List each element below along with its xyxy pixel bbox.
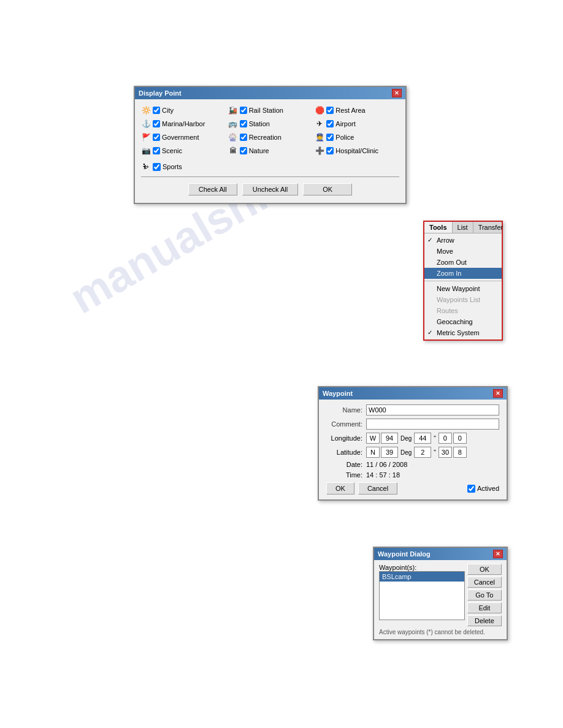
tab-tools[interactable]: Tools [424,222,453,233]
airport-label: Airport [335,120,355,127]
divider [141,176,399,177]
waypoint-close-button[interactable]: ✕ [493,389,503,398]
actived-row: Actived [467,485,499,493]
waypoint-content: Name: Comment: Longitude: Deg " Latitude… [319,400,507,499]
menu-new-waypoint[interactable]: New Waypoint [424,283,502,294]
latitude-inputs: Deg " [366,447,467,458]
police-checkbox[interactable] [326,134,334,141]
marina-checkbox[interactable] [153,120,160,127]
sports-checkbox[interactable] [153,163,161,171]
checkbox-police: 👮 Police [315,131,399,143]
longitude-deg-label: Deg [399,435,413,442]
waypoint-title: Waypoint [323,390,353,397]
waypoint-buttons: OK Cancel Actived [326,482,499,495]
longitude-inputs: Deg " [366,433,467,444]
latitude-deg-label: Deg [399,449,413,456]
dialog-buttons: Check All Uncheck All OK [141,181,399,198]
check-all-button[interactable]: Check All [188,183,237,195]
uncheck-all-button[interactable]: Uncheck All [242,183,298,195]
menu-move[interactable]: Move [424,246,502,257]
checkbox-marina: ⚓ Marina/Harbor [141,118,226,130]
airport-checkbox[interactable] [326,120,334,127]
checkbox-hospital: ➕ Hospital/Clinic [315,145,399,157]
government-checkbox[interactable] [153,134,160,141]
checkbox-recreation: 🎡 Recreation [228,131,313,143]
checkbox-rest-area: 🛑 Rest Area [315,104,399,116]
waypoint-ok-button[interactable]: OK [326,482,354,495]
menu-zoom-in[interactable]: Zoom In [424,268,502,279]
rail-station-checkbox[interactable] [240,107,247,114]
wl-edit-button[interactable]: Edit [467,602,502,613]
latitude-row: Latitude: Deg " [326,447,499,458]
nature-label: Nature [249,147,269,154]
wl-cancel-button[interactable]: Cancel [467,577,502,588]
government-icon: 🚩 [141,132,151,142]
wl-ok-button[interactable]: OK [467,564,502,575]
hospital-checkbox[interactable] [326,147,334,154]
city-icon: 🔆 [141,105,151,115]
latitude-label: Latitude: [326,449,366,456]
tab-transfer[interactable]: Transfer [473,222,508,233]
latitude-sec1-input[interactable] [439,447,452,458]
name-label: Name: [326,406,366,414]
wl-goto-button[interactable]: Go To [467,590,502,601]
display-point-close-button[interactable]: ✕ [392,89,402,97]
date-label: Date: [326,461,366,468]
longitude-label: Longitude: [326,434,366,442]
menu-zoom-out[interactable]: Zoom Out [424,257,502,268]
city-checkbox[interactable] [153,107,160,114]
waypoint-list-content: Waypoint(s): BSLcamp OK Cancel Go To Edi… [374,560,507,639]
nature-checkbox[interactable] [240,147,247,154]
waypoint-titlebar: Waypoint ✕ [319,387,507,400]
rest-area-icon: 🛑 [315,105,324,115]
latitude-sec2-input[interactable] [453,447,467,458]
menu-routes: Routes [424,305,502,316]
menu-metric-system[interactable]: Metric System [424,327,502,338]
display-point-titlebar: Display Point ✕ [135,87,405,99]
longitude-deg-input[interactable] [381,433,398,444]
longitude-dir-input[interactable] [366,433,380,444]
latitude-dir-input[interactable] [366,447,380,458]
scenic-icon: 📷 [141,146,151,156]
recreation-checkbox[interactable] [240,134,247,141]
checkbox-station: 🚌 Station [228,118,313,130]
sports-row: ⛷ Sports [141,161,399,173]
comment-input[interactable] [366,419,499,430]
station-icon: 🚌 [228,119,238,129]
waypoints-listbox[interactable]: BSLcamp [379,571,465,620]
rail-station-icon: 🚂 [228,105,238,115]
station-label: Station [249,120,270,127]
scenic-checkbox[interactable] [153,147,160,154]
longitude-sec-label: " [432,435,437,442]
checkbox-government: 🚩 Government [141,131,226,143]
station-checkbox[interactable] [240,120,247,127]
tab-list[interactable]: List [453,222,473,233]
ok-button[interactable]: OK [303,183,352,195]
wl-delete-button[interactable]: Delete [467,615,502,626]
waypoint-list-item[interactable]: BSLcamp [380,572,464,582]
waypoints-label: Waypoint(s): [379,564,465,571]
time-label: Time: [326,471,366,479]
longitude-min-input[interactable] [414,433,431,444]
name-input[interactable] [366,404,499,415]
latitude-deg-input[interactable] [381,447,398,458]
display-point-title: Display Point [139,89,182,97]
waypoint-list-titlebar: Waypoint Dialog ✕ [374,548,507,560]
actived-checkbox[interactable] [467,485,475,493]
actived-label: Actived [477,485,499,492]
waypoint-list-buttons: OK Cancel Go To Edit Delete [467,564,502,626]
recreation-icon: 🎡 [228,132,238,142]
date-row: Date: 11 / 06 / 2008 [326,461,499,468]
longitude-row: Longitude: Deg " [326,433,499,444]
menu-arrow[interactable]: Arrow [424,235,502,246]
longitude-sec1-input[interactable] [439,433,452,444]
scenic-label: Scenic [162,147,182,154]
tools-menu: Tools List Transfer Arrow Move Zoom Out … [423,221,503,341]
rest-area-checkbox[interactable] [326,107,334,114]
menu-geocaching[interactable]: Geocaching [424,316,502,327]
waypoint-cancel-button[interactable]: Cancel [358,482,397,495]
latitude-min-input[interactable] [414,447,431,458]
waypoint-list-close-button[interactable]: ✕ [493,550,503,558]
waypoint-list-title: Waypoint Dialog [378,550,431,558]
longitude-sec2-input[interactable] [453,433,467,444]
